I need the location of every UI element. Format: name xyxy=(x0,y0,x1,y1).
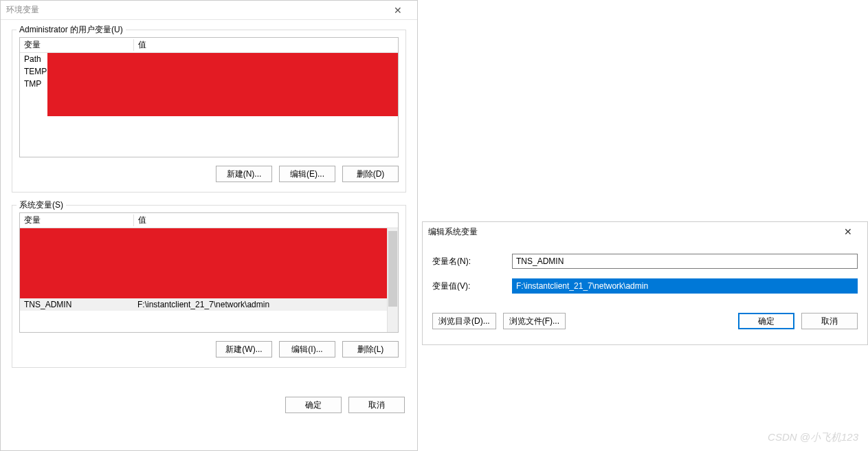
delete-user-var-button[interactable]: 删除(D) xyxy=(342,166,399,182)
user-variables-table[interactable]: 变量 值 Path TEMP TMP xyxy=(19,37,399,157)
col-header-variable[interactable]: 变量 xyxy=(20,214,133,226)
table-header: 变量 值 xyxy=(20,38,398,53)
edit-dialog-titlebar[interactable]: 编辑系统变量 ✕ xyxy=(423,222,867,241)
browse-file-button[interactable]: 浏览文件(F)... xyxy=(503,313,566,329)
var-name: TNS_ADMIN xyxy=(20,300,133,309)
edit-dialog-title: 编辑系统变量 xyxy=(428,226,478,238)
env-variables-dialog: 环境变量 ✕ Administrator 的用户变量(U) 变量 值 Path xyxy=(0,0,418,451)
new-sys-var-button[interactable]: 新建(W)... xyxy=(216,341,272,358)
scrollbar[interactable] xyxy=(387,228,398,332)
col-header-variable[interactable]: 变量 xyxy=(20,39,133,51)
scrollbar-thumb[interactable] xyxy=(388,231,397,307)
redacted-block xyxy=(47,53,398,116)
edit-user-var-button[interactable]: 编辑(E)... xyxy=(279,166,335,182)
user-variables-legend: Administrator 的用户变量(U) xyxy=(16,24,126,36)
system-variables-table[interactable]: 变量 值 TNS_ADMIN F:\instantclient_21_7\net… xyxy=(19,212,399,333)
edit-sys-var-button[interactable]: 编辑(I)... xyxy=(279,341,335,358)
close-icon[interactable]: ✕ xyxy=(834,226,862,237)
delete-sys-var-button[interactable]: 删除(L) xyxy=(342,341,399,358)
table-header: 变量 值 xyxy=(20,213,398,228)
variable-name-label: 变量名(N): xyxy=(432,256,512,267)
col-header-value[interactable]: 值 xyxy=(133,39,398,51)
env-dialog-title: 环境变量 xyxy=(6,4,39,16)
variable-name-input[interactable] xyxy=(512,254,858,269)
new-user-var-button[interactable]: 新建(N)... xyxy=(216,166,272,182)
var-value: F:\instantclient_21_7\network\admin xyxy=(133,300,387,309)
variable-value-label: 变量值(V): xyxy=(432,280,512,292)
redacted-block xyxy=(20,228,387,298)
browse-dir-button[interactable]: 浏览目录(D)... xyxy=(432,313,496,329)
env-ok-button[interactable]: 确定 xyxy=(285,397,342,413)
watermark: CSDN @小飞机123 xyxy=(768,431,858,444)
edit-system-variable-dialog: 编辑系统变量 ✕ 变量名(N): 变量值(V): 浏览目录(D)... 浏览文件… xyxy=(422,221,868,345)
system-variables-legend: 系统变量(S) xyxy=(16,199,66,211)
variable-value-input[interactable] xyxy=(512,278,858,294)
system-variables-group: 系统变量(S) 变量 值 TNS_ADMIN F:\instantclient_… xyxy=(12,205,406,368)
user-variables-group: Administrator 的用户变量(U) 变量 值 Path TEMP xyxy=(12,30,406,192)
edit-ok-button[interactable]: 确定 xyxy=(738,313,794,329)
env-dialog-titlebar[interactable]: 环境变量 ✕ xyxy=(1,1,417,20)
edit-cancel-button[interactable]: 取消 xyxy=(801,313,858,329)
col-header-value[interactable]: 值 xyxy=(133,214,398,226)
close-icon[interactable]: ✕ xyxy=(384,5,412,16)
env-cancel-button[interactable]: 取消 xyxy=(348,397,405,413)
table-row[interactable]: TNS_ADMIN F:\instantclient_21_7\network\… xyxy=(20,298,387,311)
